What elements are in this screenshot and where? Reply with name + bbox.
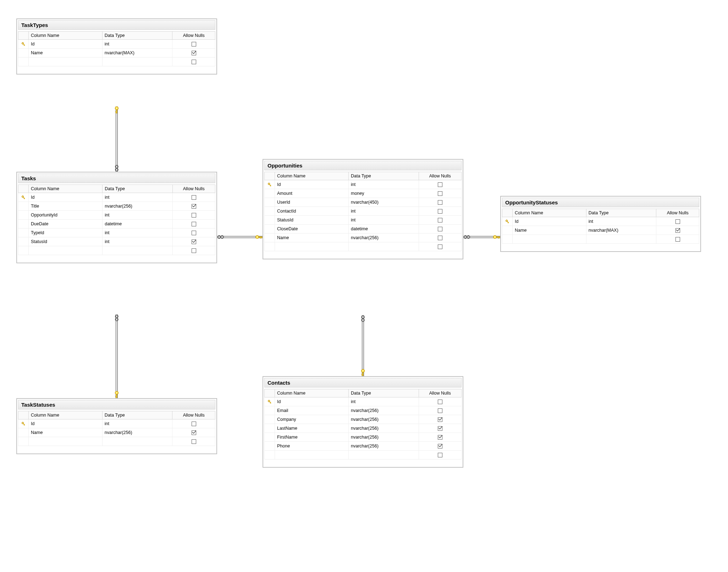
checkbox-icon[interactable] [675,237,680,242]
allow-nulls-cell[interactable] [172,237,215,246]
checkbox-icon[interactable] [192,60,196,64]
allow-nulls-cell[interactable] [656,217,699,226]
checkbox-icon[interactable] [438,244,442,249]
relationship-opportunities-opportunitystatuses[interactable] [463,236,500,239]
allow-nulls-cell[interactable] [419,424,461,433]
column-row[interactable]: Idint [18,193,215,202]
checkbox-icon[interactable] [438,200,442,205]
empty-row[interactable] [18,246,215,255]
empty-row[interactable] [18,437,215,446]
column-name-cell: Id [513,217,586,226]
checkbox-icon[interactable] [438,209,442,214]
column-row[interactable]: FirstNamenvarchar(256) [265,433,462,442]
column-type-cell: int [103,193,172,202]
column-row[interactable]: Emailnvarchar(256) [265,406,462,415]
relationship-opportunities-contacts[interactable] [362,315,365,376]
empty-row[interactable] [18,57,215,66]
column-row[interactable]: Idint [265,397,462,406]
checkbox-icon[interactable] [192,231,196,235]
allow-nulls-cell[interactable] [419,216,461,225]
checkbox-icon[interactable] [438,435,442,440]
checkbox-icon[interactable] [675,219,680,224]
column-row[interactable]: Titlenvarchar(256) [18,202,215,211]
checkbox-icon[interactable] [192,213,196,218]
checkbox-icon[interactable] [192,422,196,426]
checkbox-icon[interactable] [192,195,196,200]
allow-nulls-cell[interactable] [419,198,461,207]
column-row[interactable]: CloseDatedatetime [265,225,462,233]
checkbox-icon[interactable] [438,236,442,240]
column-row[interactable]: Idint [502,217,699,226]
allow-nulls-cell[interactable] [419,180,461,189]
column-row[interactable]: DueDatedatetime [18,220,215,229]
column-row[interactable]: Idint [18,419,215,428]
allow-nulls-cell[interactable] [419,225,461,233]
allow-nulls-cell[interactable] [172,419,215,428]
empty-row[interactable] [265,242,462,251]
checkbox-icon[interactable] [438,191,442,196]
column-row[interactable]: UserIdnvarchar(450) [265,198,462,207]
column-row[interactable]: Idint [265,180,462,189]
allow-nulls-cell[interactable] [419,415,461,424]
allow-nulls-cell[interactable] [172,49,215,57]
column-row[interactable]: TypeIdint [18,229,215,237]
checkbox-icon[interactable] [438,182,442,187]
allow-nulls-cell[interactable] [419,189,461,198]
allow-nulls-cell[interactable] [172,428,215,437]
column-row[interactable]: Idint [18,40,215,49]
entity-opportunity-statuses[interactable]: OpportunityStatusesColumn NameData TypeA… [500,196,701,252]
entity-contacts[interactable]: ContactsColumn NameData TypeAllow NullsI… [263,376,463,468]
column-row[interactable]: StatusIdint [18,237,215,246]
entity-tasks[interactable]: TasksColumn NameData TypeAllow NullsIdin… [16,172,217,263]
checkbox-icon[interactable] [438,408,442,413]
column-row[interactable]: StatusIdint [265,216,462,225]
allow-nulls-cell[interactable] [656,226,699,235]
column-row[interactable]: Namenvarchar(256) [265,233,462,242]
allow-nulls-cell[interactable] [419,207,461,216]
column-row[interactable]: Namenvarchar(MAX) [18,49,215,57]
checkbox-icon[interactable] [438,426,442,431]
allow-nulls-cell[interactable] [172,202,215,211]
column-row[interactable]: Companynvarchar(256) [265,415,462,424]
relationship-tasks-taskstatuses[interactable] [115,314,118,398]
allow-nulls-cell[interactable] [172,229,215,237]
checkbox-icon[interactable] [192,222,196,226]
checkbox-icon[interactable] [192,248,196,253]
allow-nulls-cell[interactable] [419,397,461,406]
empty-row[interactable] [265,451,462,460]
allow-nulls-cell[interactable] [172,40,215,49]
allow-nulls-cell[interactable] [419,442,461,451]
checkbox-icon[interactable] [438,417,442,422]
checkbox-icon[interactable] [438,444,442,449]
column-row[interactable]: Namenvarchar(MAX) [502,226,699,235]
allow-nulls-cell[interactable] [172,220,215,229]
checkbox-icon[interactable] [192,439,196,444]
allow-nulls-cell[interactable] [419,433,461,442]
checkbox-icon[interactable] [192,240,196,244]
allow-nulls-cell[interactable] [419,233,461,242]
empty-row[interactable] [502,235,699,244]
column-row[interactable]: Namenvarchar(256) [18,428,215,437]
checkbox-icon[interactable] [192,42,196,46]
checkbox-icon[interactable] [438,400,442,404]
column-row[interactable]: Amountmoney [265,189,462,198]
entity-opportunities[interactable]: OpportunitiesColumn NameData TypeAllow N… [263,159,463,259]
relationship-tasktypes-tasks[interactable] [115,106,118,172]
checkbox-icon[interactable] [438,453,442,457]
column-row[interactable]: Phonenvarchar(256) [265,442,462,451]
checkbox-icon[interactable] [438,227,442,231]
allow-nulls-cell[interactable] [419,406,461,415]
checkbox-icon[interactable] [192,430,196,435]
checkbox-icon[interactable] [438,218,442,222]
checkbox-icon[interactable] [192,51,196,55]
relationship-tasks-opportunities[interactable] [217,236,263,239]
allow-nulls-cell[interactable] [172,193,215,202]
entity-task-statuses[interactable]: TaskStatusesColumn NameData TypeAllow Nu… [16,398,217,454]
entity-task-types[interactable]: TaskTypesColumn NameData TypeAllow Nulls… [16,18,217,75]
column-row[interactable]: OpportunityIdint [18,211,215,220]
checkbox-icon[interactable] [192,204,196,209]
column-row[interactable]: ContactIdint [265,207,462,216]
allow-nulls-cell[interactable] [172,211,215,220]
checkbox-icon[interactable] [675,228,680,233]
column-row[interactable]: LastNamenvarchar(256) [265,424,462,433]
